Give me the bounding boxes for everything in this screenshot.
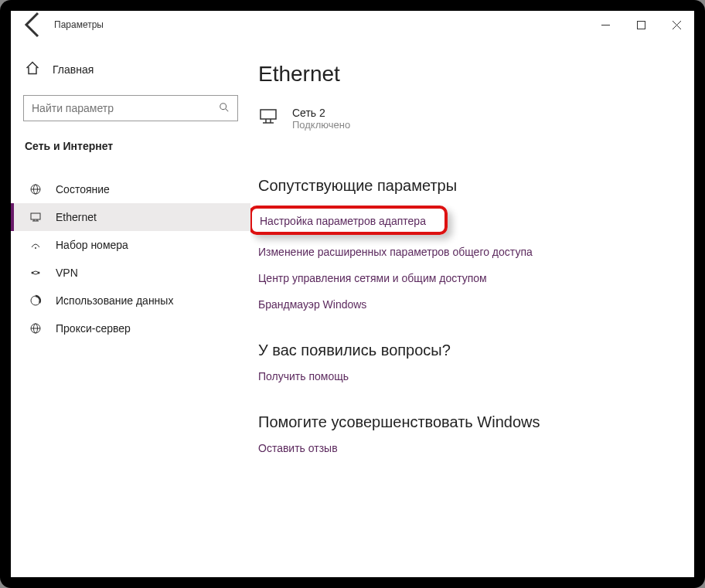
close-button[interactable] [659, 11, 694, 39]
svg-point-13 [35, 247, 36, 249]
main-content: Ethernet Сеть 2 Подключено Сопутствующие… [250, 39, 694, 577]
related-settings-header: Сопутствующие параметры [258, 177, 679, 195]
link-feedback[interactable]: Оставить отзыв [258, 442, 679, 454]
sidebar-item-proxy[interactable]: Прокси-сервер [11, 314, 250, 342]
dialup-icon [28, 239, 43, 251]
data-usage-icon [28, 294, 43, 307]
link-firewall[interactable]: Брандмауэр Windows [258, 298, 679, 311]
sidebar-item-label: Прокси-сервер [56, 322, 131, 335]
sidebar-item-status[interactable]: Состояние [11, 175, 250, 203]
network-status: Подключено [292, 119, 350, 131]
sidebar-item-label: Использование данных [56, 294, 173, 307]
svg-rect-1 [637, 21, 645, 29]
network-name: Сеть 2 [292, 107, 350, 119]
settings-window: Параметры Главная Сеть и [11, 11, 694, 577]
network-entry[interactable]: Сеть 2 Подключено [258, 107, 679, 131]
sidebar-item-vpn[interactable]: VPN [11, 259, 250, 287]
sidebar-section-title: Сеть и Интернет [11, 121, 250, 160]
sidebar-item-ethernet[interactable]: Ethernet [11, 203, 250, 231]
home-icon [25, 60, 40, 78]
ethernet-icon [28, 211, 43, 223]
home-label: Главная [53, 63, 94, 76]
highlight-box: Настройка параметров адаптера [250, 206, 448, 235]
sidebar-item-label: VPN [56, 267, 78, 279]
maximize-button[interactable] [623, 11, 659, 39]
sidebar: Главная Сеть и Интернет Состояние Ethern… [11, 39, 250, 577]
svg-point-4 [220, 103, 226, 109]
back-button[interactable] [19, 11, 49, 39]
vpn-icon [28, 267, 43, 279]
page-title: Ethernet [258, 62, 679, 87]
sidebar-item-dialup[interactable]: Набор номера [11, 231, 250, 259]
home-button[interactable]: Главная [11, 54, 250, 84]
svg-line-5 [226, 108, 229, 111]
search-box[interactable] [23, 95, 238, 121]
svg-rect-9 [31, 213, 40, 219]
search-icon [219, 102, 230, 115]
globe-icon [28, 183, 43, 195]
sidebar-item-label: Ethernet [56, 211, 97, 223]
svg-rect-20 [261, 110, 276, 119]
link-get-help[interactable]: Получить помощь [258, 370, 679, 382]
minimize-button[interactable] [588, 11, 623, 39]
improve-header: Помогите усовершенствовать Windows [258, 413, 679, 431]
sidebar-item-label: Набор номера [56, 239, 128, 251]
proxy-icon [28, 322, 43, 335]
search-input[interactable] [32, 102, 219, 114]
link-advanced-sharing[interactable]: Изменение расширенных параметров общего … [258, 246, 679, 258]
sidebar-item-label: Состояние [56, 183, 110, 195]
sidebar-item-datausage[interactable]: Использование данных [11, 287, 250, 314]
window-title: Параметры [54, 19, 104, 30]
network-icon [258, 107, 281, 130]
titlebar: Параметры [11, 11, 694, 39]
questions-header: У вас появились вопросы? [258, 342, 679, 359]
link-network-center[interactable]: Центр управления сетями и общим доступом [258, 272, 679, 284]
link-adapter-settings[interactable]: Настройка параметров адаптера [260, 215, 426, 227]
